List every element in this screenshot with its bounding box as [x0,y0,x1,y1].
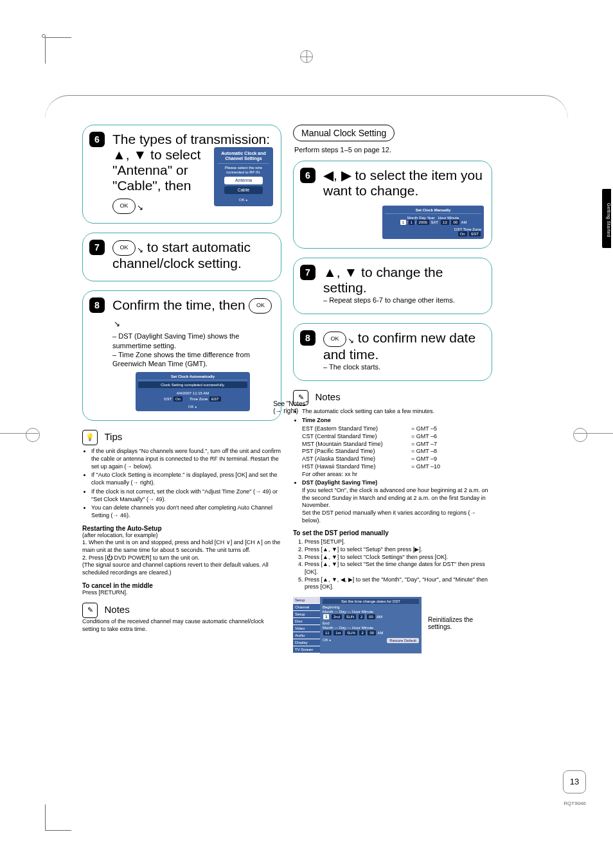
tz-heading: Time Zone [302,417,331,423]
win-msg: Please select the wire connected to RF I… [218,166,269,175]
val-tz: EST [469,231,481,236]
restart-1: 1. When the unit is on and stopped, pres… [82,539,281,554]
register-left [0,425,39,443]
hand-icon: ↘ [348,337,354,346]
dst-b1: If you select "On", the clock is advance… [302,487,488,508]
ml2-day: Day [339,626,346,630]
step8-b2: Time Zone shows the time difference from… [112,351,250,368]
r2-m: 11 [323,630,332,635]
step-6-left: 6 The types of transmission: ▲, ▼ to sel… [82,125,281,224]
step6-lead: The types of transmission: [112,132,273,147]
see-notes-right: (→ right) [273,407,298,414]
auto-settings-window: Automatic Clock and Channel Settings Ple… [214,147,273,206]
r2-d: SUN [345,630,357,635]
step-num-7r: 7 [300,265,315,280]
val-dow: SAT [431,220,438,224]
dst-heading: DST (Daylight Saving Time) [302,479,377,486]
notes-icon: ✎ [82,603,98,618]
step8-lead: Confirm the time, then [112,297,249,312]
step-num-7: 7 [89,240,105,255]
lbl-year: Year [427,216,434,220]
r2-w: 1st [333,630,342,635]
cancel-body: Press [RETURN]. [82,589,281,597]
menu-end: End [323,621,419,625]
tip-1: If the unit displays "No channels were f… [91,448,281,470]
win-title: Automatic Clock and Channel Settings [218,151,269,164]
step6-body: ▲, ▼ to select "Antenna" or "Cable", the… [112,147,200,193]
ml-hour: Hour [352,610,360,614]
menu-channel: Channel [293,604,320,610]
lbl-day: Day [419,216,426,220]
setdst-heading: To set the DST period manually [293,529,492,536]
menu-audio: Audio [293,632,320,639]
ml2-hour: Hour [352,626,360,630]
menu-setup2: Setup [293,611,320,617]
setdst-3: Press [▲, ▼] to select "Clock Settings" … [305,554,492,562]
register-right [574,425,613,443]
ml-day: Day [339,610,346,614]
btn-cable: Cable [224,186,263,194]
tz-label: Time Zone [190,397,208,401]
hand-icon: ↘ [137,204,143,213]
tips-heading: Tips [104,432,122,443]
clock-title: Set Clock Manually [385,208,481,214]
cancel-heading: To cancel in the middle [82,582,281,589]
ml2-min: Minute [362,626,373,630]
step8-b1: DST (Daylight Saving Time) shows the sum… [112,332,239,349]
tz-other: For other areas: xx hr [302,471,492,479]
menu-video: Video [293,625,320,632]
doc-id: RQT9046 [564,801,586,806]
win2-title: Set Clock Automatically [138,375,247,380]
r1-m: 3 [323,614,329,619]
step-num-6: 6 [89,132,105,147]
tz-est: EST (Eastern Standard Time) [302,425,411,433]
restart-note: (The signal source and channel captions … [82,562,281,576]
r1-h: 2 [359,614,364,619]
val-ap: AM [461,220,466,224]
tz-cst-v: = GMT –6 [411,433,437,441]
set-clock-auto-window: Set Clock Automatically Clock Setting co… [136,372,250,411]
lbl-tz: Time Zone [463,227,481,231]
lbl-hour: Hour [438,216,447,220]
notes-heading-l: Notes [104,605,129,616]
set-clock-manually-window: Set Clock Manually Month Day Year Hour M… [382,206,484,239]
tips-list: If the unit displays "No channels were f… [82,448,281,519]
setdst-5: Press [▲, ▼, ◀, ▶] to set the "Month", "… [305,576,492,591]
dst-b2: Set the DST period manually when it vari… [302,509,475,524]
btn-antenna: Antenna [224,177,263,184]
step7r-body: ▲, ▼ to change the setting. [323,265,484,296]
see-notes: See "Notes" [273,400,308,407]
val-month: 1 [400,220,406,225]
restart-heading: Restarting the Auto-Setup [82,525,281,532]
page-arc [45,95,568,119]
r2-mi: 00 [368,630,376,635]
restart-2: 2. Press [⏻ DVD POWER] to turn the unit … [82,554,281,562]
step-6-right: 6 ◀, ▶ to select the item you want to ch… [293,161,492,248]
manual-clock-heading: Manual Clock Setting [293,125,395,141]
win2-date: 4/4/2007 11:15 AM [138,391,247,395]
note1: The automatic clock setting can take a f… [302,408,492,416]
lbl-minute: Minute [447,216,459,220]
register-top [300,50,313,63]
dst-label: DST [164,397,172,401]
val-min: 00 [451,220,459,225]
menu-display: Display [293,639,320,646]
ml-min: Minute [362,610,373,614]
crop-mark-tl [45,37,71,64]
dst-val: On [173,396,182,402]
setup-menu-window: Setup Channel Setup Disc Video Audio Dis… [293,597,422,653]
restore-default-btn: Restore Default [387,638,419,643]
lbl-month: Month [407,216,418,220]
tz-pst-v: = GMT –8 [411,448,437,456]
step-num-8: 8 [89,297,105,313]
menu-tvscreen: TV Screen [293,646,320,653]
step-8-right: 8 OK↘ to confirm new date and time. – Th… [293,323,492,381]
tz-ast-v: = GMT –9 [411,456,437,463]
menu-disc: Disc [293,618,320,624]
tz-table: EST (Eastern Standard Time)= GMT –5 CST … [302,425,492,478]
ok-icon: OK [112,240,136,256]
menu-ok: OK [323,638,328,642]
step-7-left: 7 OK↘ to start automatic channel/clock s… [82,233,281,281]
tip-3: If the clock is not correct, set the clo… [91,488,281,503]
hand-icon: ↘ [114,320,120,329]
